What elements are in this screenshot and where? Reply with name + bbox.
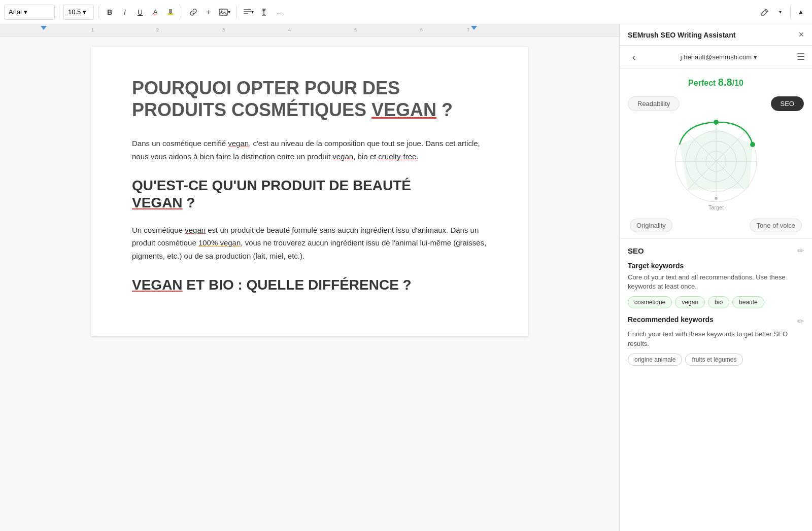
para1-vegan2: vegan [332, 152, 353, 161]
align-group: ▾ ... [241, 5, 286, 19]
title-end: ? [442, 99, 453, 120]
target-keywords-desc: Core of your text and all recommendation… [628, 273, 804, 291]
image-button[interactable]: ▾ [217, 5, 232, 19]
target-keyword-tags: cosmétique vegan bio beauté [628, 296, 804, 308]
highlight-button[interactable] [163, 5, 178, 19]
bold-button[interactable]: B [103, 5, 117, 19]
italic-button[interactable]: I [118, 5, 132, 19]
radar-tabs: Readability SEO [620, 96, 812, 111]
underline-button[interactable]: U [133, 5, 147, 19]
score-prefix: Perfect [688, 79, 718, 87]
para1-cruelty-free: cruelty-free [378, 152, 416, 161]
keyword-origine: origine animale [628, 353, 682, 366]
link-icon [189, 8, 197, 16]
ruler-mark-6: 6 [420, 27, 423, 32]
title-line2: PRODUITS COSMÉTIQUES [132, 99, 366, 120]
sep5 [790, 6, 791, 18]
h2-1-vegan: VEGAN [132, 195, 183, 210]
font-size-value: 10.5 [68, 8, 81, 16]
insert-group: + ▾ [186, 5, 232, 19]
title-vegan: VEGAN [371, 99, 436, 120]
score-display: Perfect 8.8/10 [628, 77, 804, 88]
more-button[interactable]: ... [272, 5, 286, 19]
image-chevron: ▾ [228, 9, 230, 15]
panel-title: SEMrush SEO Writing Assistant [628, 31, 735, 39]
panel-header: SEMrush SEO Writing Assistant × [620, 24, 812, 46]
title-line1: POURQUOI OPTER POUR DES [132, 78, 400, 98]
tone-of-voice-label: Tone of voice [750, 219, 802, 232]
panel-menu-button[interactable]: ☰ [797, 51, 805, 62]
ruler-tab-left[interactable] [41, 26, 47, 30]
panel-email[interactable]: j.henault@semrush.com ▾ [681, 53, 757, 61]
doc-h2-2: VEGAN ET BIO : QUELLE DIFFÉRENCE ? [132, 276, 487, 294]
sep1 [59, 6, 59, 18]
document-title: POURQUOI OPTER POUR DES PRODUITS COSMÉTI… [132, 77, 487, 121]
right-panel: SEMrush SEO Writing Assistant × ‹ j.hena… [619, 24, 812, 531]
h2-2-vegan: VEGAN [132, 277, 183, 293]
plus-button[interactable]: + [201, 5, 216, 19]
font-name-select[interactable]: Arial ▾ [4, 5, 55, 20]
sep3 [182, 6, 182, 18]
h2-1-line1: QU'EST-CE QU'UN PRODUIT DE BEAUTÉ [132, 178, 411, 193]
sep2 [98, 6, 98, 18]
ruler-mark-1: 1 [91, 27, 94, 32]
tab-readability[interactable]: Readability [628, 96, 680, 111]
image-icon [219, 8, 228, 16]
ruler-mark-3: 3 [222, 27, 225, 32]
panel-email-text: j.henault@semrush.com [681, 53, 752, 61]
keyword-beaute: beauté [732, 296, 764, 308]
doc-para1: Dans un cosmétique certifié vegan, c'est… [132, 137, 487, 163]
ruler-tab-right[interactable] [471, 26, 477, 30]
seo-section: SEO ✏ Target keywords Core of your text … [620, 238, 812, 380]
ruler-mark-4: 4 [288, 27, 291, 32]
recommended-edit-icon[interactable]: ✏ [797, 316, 804, 326]
font-size-chevron: ▾ [83, 8, 86, 16]
align-button[interactable]: ▾ [241, 5, 256, 19]
radar-chart-container: Target [660, 113, 772, 215]
h2-2-rest: ET BIO : QUELLE DIFFÉRENCE ? [186, 277, 411, 293]
ruler: 1 2 3 4 5 6 7 [0, 24, 619, 37]
collapse-button[interactable]: ▲ [794, 5, 808, 19]
panel-nav: ‹ j.henault@semrush.com ▾ ☰ [620, 46, 812, 68]
seo-edit-icon[interactable]: ✏ [797, 246, 804, 256]
document-page: POURQUOI OPTER POUR DES PRODUITS COSMÉTI… [91, 47, 528, 336]
highlight-icon [166, 8, 175, 16]
keyword-cosmetique: cosmétique [628, 296, 672, 308]
spacing-button[interactable] [257, 5, 271, 19]
font-name-group: Arial ▾ [4, 5, 55, 20]
font-size-select[interactable]: 10.5 ▾ [63, 5, 94, 20]
font-color-button[interactable]: A [148, 5, 162, 19]
tab-seo[interactable]: SEO [771, 96, 804, 111]
sep4 [236, 6, 237, 18]
recommended-keywords-header: Recommended keywords ✏ [628, 315, 804, 327]
para2-100vegan: 100% vegan [198, 238, 241, 247]
para1-vegan1: vegan [228, 139, 249, 148]
link-button[interactable] [186, 5, 200, 19]
para2-vegan: vegan [185, 226, 206, 234]
ruler-inner: 1 2 3 4 5 6 7 [41, 24, 477, 36]
paint-chevron-button[interactable]: ▾ [773, 5, 787, 19]
seo-section-header: SEO ✏ [628, 246, 804, 256]
ruler-mark-2: 2 [156, 27, 159, 32]
panel-close-button[interactable]: × [798, 29, 804, 40]
paint-icon [761, 8, 769, 16]
font-size-group: 10.5 ▾ [63, 5, 94, 20]
keyword-bio: bio [708, 296, 729, 308]
document-area: 1 2 3 4 5 6 7 POURQUOI OPTER POUR DES PR… [0, 24, 619, 531]
toolbar: Arial ▾ 10.5 ▾ B I U A + [0, 0, 812, 24]
main-area: 1 2 3 4 5 6 7 POURQUOI OPTER POUR DES PR… [0, 24, 812, 531]
font-name-chevron: ▾ [24, 8, 27, 16]
font-name-value: Arial [9, 8, 22, 16]
paint-button[interactable] [758, 5, 772, 19]
format-group: B I U A [103, 5, 178, 19]
ruler-mark-7: 7 [467, 27, 469, 32]
originality-label: Originality [630, 219, 672, 232]
keyword-vegan: vegan [675, 296, 705, 308]
align-chevron: ▾ [251, 9, 254, 15]
recommended-keyword-tags: origine animale fruits et légumes [628, 353, 804, 366]
align-icon [243, 9, 251, 16]
right-toolbar-group: ▾ ▲ [758, 5, 808, 19]
panel-back-button[interactable]: ‹ [627, 50, 641, 64]
score-section: Perfect 8.8/10 [620, 68, 812, 96]
score-suffix: /10 [732, 79, 743, 87]
